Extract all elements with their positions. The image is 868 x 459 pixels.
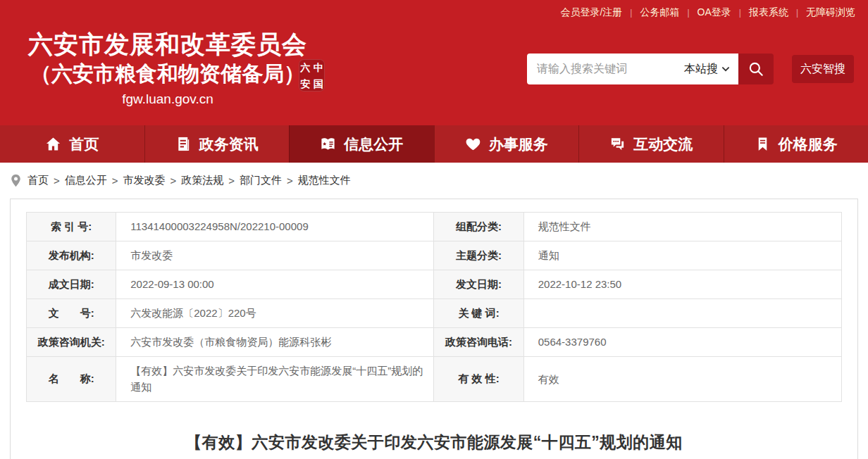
breadcrumb-item-normative-docs[interactable]: 规范性文件 bbox=[298, 174, 351, 187]
meta-value-topic-category: 通知 bbox=[523, 241, 841, 270]
search-icon bbox=[747, 60, 765, 78]
meta-value-issuing-agency: 市发改委 bbox=[116, 241, 434, 270]
search-box: 本站搜 bbox=[527, 54, 738, 84]
site-subtitle: （六安市粮食和物资储备局） bbox=[8, 61, 327, 87]
meta-value-written-date: 2022-09-13 00:00 bbox=[116, 270, 434, 299]
nav-item-services[interactable]: 办事服务 bbox=[434, 125, 579, 163]
breadcrumb-item-fgw[interactable]: 市发改委 bbox=[123, 174, 166, 187]
meta-label-keywords: 关 键 词: bbox=[434, 299, 523, 328]
table-row: 索 引 号: 11341400003224958N/202210-00009 组… bbox=[27, 213, 842, 241]
nav-label: 首页 bbox=[69, 134, 99, 154]
table-row: 文 号: 六发改能源〔2022〕220号 关 键 词: bbox=[27, 299, 842, 328]
topbar-link-member-login[interactable]: 会员登录/注册 bbox=[560, 6, 622, 19]
nav-label: 信息公开 bbox=[344, 134, 403, 154]
meta-label-consult-agency: 政策咨询机关: bbox=[27, 328, 116, 357]
meta-value-index-no: 11341400003224958N/202210-00009 bbox=[116, 213, 434, 241]
home-icon bbox=[45, 136, 61, 152]
topbar-link-oa-login[interactable]: OA登录 bbox=[698, 6, 731, 19]
search-scope-dropdown[interactable]: 本站搜 bbox=[684, 62, 731, 77]
seal-char: 六 bbox=[299, 59, 312, 75]
meta-label-consult-phone: 政策咨询电话: bbox=[434, 328, 523, 357]
price-bookmark-icon bbox=[755, 136, 771, 152]
main-nav: 首页 政务资讯 信息公开 办事服务 bbox=[0, 125, 868, 163]
document-meta-table: 索 引 号: 11341400003224958N/202210-00009 组… bbox=[26, 212, 842, 402]
meta-value-consult-agency: 六安市发改委（市粮食物资局）能源科张彬 bbox=[116, 328, 434, 357]
meta-value-doc-name: 【有效】六安市发改委关于印发六安市能源发展“十四五”规划的通知 bbox=[116, 357, 434, 402]
nav-label: 政务资讯 bbox=[199, 134, 259, 154]
table-row: 成文日期: 2022-09-13 00:00 发文日期: 2022-10-12 … bbox=[27, 270, 842, 299]
meta-value-doc-number: 六发改能源〔2022〕220号 bbox=[116, 299, 434, 328]
topbar-link-gov-mail[interactable]: 公务邮箱 bbox=[640, 6, 679, 19]
article-title: 【有效】六安市发改委关于印发六安市能源发展“十四五”规划的通知 bbox=[11, 432, 857, 453]
search-input[interactable] bbox=[537, 63, 684, 75]
site-header: 会员登录/注册| 公务邮箱| OA登录| 报表系统| 无障碍浏览 六安市发展和改… bbox=[0, 0, 868, 125]
breadcrumb-item-home[interactable]: 首页 bbox=[27, 174, 49, 187]
search-scope-label: 本站搜 bbox=[684, 62, 718, 77]
nav-item-interaction[interactable]: 互动交流 bbox=[578, 125, 724, 163]
topbar-link-report-system[interactable]: 报表系统 bbox=[749, 6, 788, 19]
meta-value-validity: 有效 bbox=[523, 357, 841, 402]
nav-label: 价格服务 bbox=[779, 134, 838, 154]
site-brand[interactable]: 六安市发展和改革委员会 （六安市粮食和物资储备局） fgw.luan.gov.c… bbox=[8, 28, 327, 107]
breadcrumb-item-policy[interactable]: 政策法规 bbox=[181, 174, 223, 187]
open-book-icon bbox=[320, 136, 336, 152]
nav-label: 互动交流 bbox=[633, 134, 693, 154]
chevron-down-icon bbox=[721, 66, 730, 73]
topbar-divider: | bbox=[796, 8, 798, 18]
heart-icon bbox=[465, 136, 481, 152]
table-row: 发布机构: 市发改委 主题分类: 通知 bbox=[27, 241, 842, 270]
meta-label-doc-number: 文 号: bbox=[27, 299, 116, 328]
meta-label-group-category: 组配分类: bbox=[434, 213, 523, 241]
document-detail-card: 索 引 号: 11341400003224958N/202210-00009 组… bbox=[10, 199, 858, 459]
nav-label: 办事服务 bbox=[489, 134, 548, 154]
site-domain: fgw.luan.gov.cn bbox=[8, 92, 327, 107]
meta-label-issuing-agency: 发布机构: bbox=[27, 241, 116, 270]
nav-item-gov-news[interactable]: 政务资讯 bbox=[144, 125, 290, 163]
search-button[interactable] bbox=[738, 54, 774, 84]
breadcrumb-item-dept-docs[interactable]: 部门文件 bbox=[240, 174, 282, 187]
topbar-divider: | bbox=[687, 8, 689, 18]
seal-char: 中 bbox=[312, 59, 326, 75]
topbar-divider: | bbox=[739, 8, 741, 18]
breadcrumb-separator: > bbox=[287, 175, 293, 187]
table-row: 名 称: 【有效】六安市发改委关于印发六安市能源发展“十四五”规划的通知 有 效… bbox=[27, 357, 842, 402]
seal-char: 安 bbox=[299, 75, 312, 92]
meta-label-doc-name: 名 称: bbox=[27, 357, 116, 402]
breadcrumb: 首页> 信息公开> 市发改委> 政策法规> 部门文件> 规范性文件 bbox=[0, 163, 868, 199]
meta-label-topic-category: 主题分类: bbox=[434, 241, 523, 270]
china-luan-seal-logo: 六 中 安 国 bbox=[299, 59, 325, 92]
meta-label-validity: 有 效 性: bbox=[434, 357, 523, 402]
chat-bubbles-icon bbox=[609, 136, 626, 152]
seal-char: 国 bbox=[312, 75, 326, 92]
breadcrumb-separator: > bbox=[228, 175, 235, 187]
nav-item-price-service[interactable]: 价格服务 bbox=[724, 125, 868, 163]
meta-value-group-category: 规范性文件 bbox=[523, 213, 841, 241]
meta-value-consult-phone: 0564-3379760 bbox=[523, 328, 841, 357]
meta-value-publish-date: 2022-10-12 23:50 bbox=[523, 270, 841, 299]
search-area: 本站搜 六安智搜 bbox=[527, 54, 854, 84]
topbar-divider: | bbox=[630, 8, 632, 18]
site-title: 六安市发展和改革委员会 bbox=[8, 28, 327, 61]
meta-value-keywords bbox=[523, 299, 841, 328]
nav-item-home[interactable]: 首页 bbox=[0, 125, 144, 163]
utility-topbar: 会员登录/注册| 公务邮箱| OA登录| 报表系统| 无障碍浏览 bbox=[0, 0, 868, 25]
meta-label-written-date: 成文日期: bbox=[27, 270, 116, 299]
breadcrumb-item-info-disclosure[interactable]: 信息公开 bbox=[65, 174, 107, 187]
nav-item-info-disclosure[interactable]: 信息公开 bbox=[289, 125, 434, 163]
smart-search-button[interactable]: 六安智搜 bbox=[792, 55, 854, 83]
location-pin-icon bbox=[11, 174, 21, 187]
topbar-link-accessibility[interactable]: 无障碍浏览 bbox=[806, 6, 855, 19]
meta-label-index-no: 索 引 号: bbox=[27, 213, 116, 241]
breadcrumb-separator: > bbox=[112, 175, 118, 187]
meta-label-publish-date: 发文日期: bbox=[434, 270, 523, 299]
breadcrumb-separator: > bbox=[170, 175, 177, 187]
table-row: 政策咨询机关: 六安市发改委（市粮食物资局）能源科张彬 政策咨询电话: 0564… bbox=[27, 328, 842, 357]
document-icon bbox=[175, 136, 192, 152]
breadcrumb-separator: > bbox=[54, 175, 60, 187]
